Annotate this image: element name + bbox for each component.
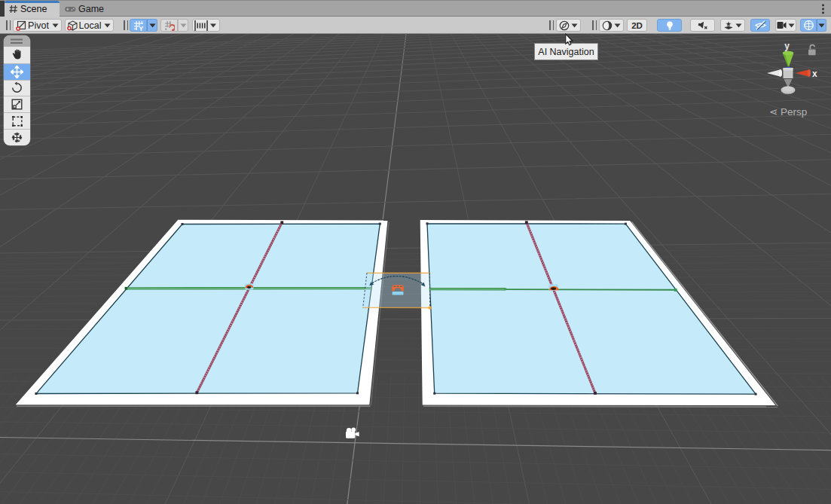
svg-text:y: y bbox=[784, 41, 790, 51]
svg-text:x: x bbox=[812, 69, 817, 79]
svg-text:⋖ Persp: ⋖ Persp bbox=[769, 106, 807, 118]
svg-text:Y: Y bbox=[139, 25, 143, 31]
